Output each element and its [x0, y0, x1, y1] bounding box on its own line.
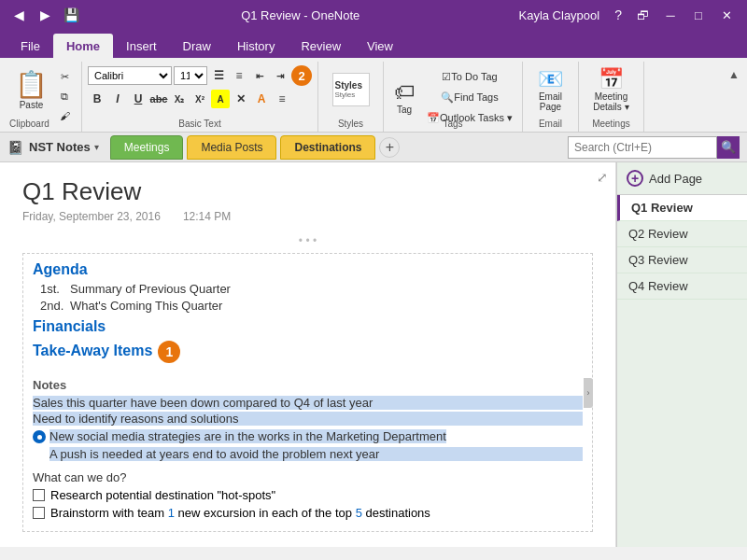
maximize-button[interactable]: □ [685, 5, 712, 25]
paste-label: Paste [20, 100, 44, 110]
blue-num-1: 1 [168, 506, 175, 520]
format-painter-button[interactable]: 🖌 [53, 106, 76, 125]
checkbox-text-1: Research potential destination "hot-spot… [50, 488, 275, 502]
decrease-indent-button[interactable]: ⇤ [250, 66, 269, 85]
todo-tag-button[interactable]: ☑ To Do Tag [423, 67, 516, 86]
tab-file[interactable]: File [7, 34, 53, 58]
tag-label: Tag [397, 105, 412, 115]
drag-handle[interactable]: • • • [22, 234, 593, 247]
takeaway-link[interactable]: Take-Away Items 1 [33, 343, 152, 359]
meeting-details-button[interactable]: 📅 MeetingDetails ▾ [589, 63, 632, 116]
notebook-dropdown[interactable]: ▾ [94, 142, 99, 152]
subscript-button[interactable]: X₂ [170, 90, 189, 108]
note-container: › Agenda 1st. Summary of Previous Quarte… [22, 253, 593, 532]
increase-indent-button[interactable]: ⇥ [271, 66, 289, 85]
copy-button[interactable]: ⧉ [53, 87, 76, 105]
financials-link[interactable]: Financials [33, 318, 583, 335]
email-icon: 📧 [538, 67, 563, 91]
search-button[interactable]: 🔍 [717, 136, 740, 159]
tab-meetings[interactable]: Meetings [110, 135, 184, 160]
italic-button[interactable]: I [108, 90, 127, 108]
title-bar-controls: ◀ ▶ 💾 [7, 4, 82, 26]
tag-icon: 🏷 [394, 80, 415, 105]
todo-tag-label: To Do Tag [451, 71, 497, 82]
paste-button[interactable]: 📋 Paste [9, 63, 53, 116]
checkbox-item-2: Brainstorm with team 1 new excursion in … [33, 506, 583, 520]
takeaway-text: Take-Away Items [33, 343, 152, 358]
tab-media-posts[interactable]: Media Posts [187, 135, 276, 160]
tag-button[interactable]: 🏷 Tag [389, 72, 419, 122]
page-item-q1[interactable]: Q1 Review [617, 195, 747, 221]
tab-destinations[interactable]: Destinations [280, 135, 375, 160]
ribbon-tabs: File Home Insert Draw History Review Vie… [0, 30, 747, 58]
restore-button[interactable]: 🗗 [629, 5, 655, 25]
clipboard-small-buttons: ✂ ⧉ 🖌 [53, 67, 76, 125]
text-color-button[interactable]: A [252, 90, 271, 108]
tab-insert[interactable]: Insert [113, 34, 170, 58]
blue-num-2: 5 [356, 506, 362, 520]
agenda-list: 1st. Summary of Previous Quarter 2nd. Wh… [40, 282, 583, 313]
what-label: What can we do? [33, 470, 583, 484]
page-title: Q1 Review [22, 177, 593, 206]
back-button[interactable]: ◀ [7, 4, 30, 26]
clear-format-button[interactable]: ✕ [232, 90, 250, 108]
radio-icon [33, 430, 46, 443]
main-content: ⤢ Q1 Review Friday, September 23, 2016 1… [0, 162, 747, 547]
notes-section: Notes Sales this quarter have been down … [33, 378, 583, 520]
find-tags-button[interactable]: 🔍 Find Tags [423, 88, 516, 106]
search-area: 🔍 [568, 136, 740, 159]
styles-button[interactable]: Styles Styles [325, 63, 377, 116]
page-content: ⤢ Q1 Review Friday, September 23, 2016 1… [0, 162, 616, 547]
list-item: 1st. Summary of Previous Quarter [40, 282, 583, 296]
highlight-button[interactable]: A [211, 90, 230, 108]
checkbox-1[interactable] [33, 489, 45, 501]
add-tab-button[interactable]: + [379, 137, 400, 158]
tab-draw[interactable]: Draw [170, 34, 224, 58]
tab-home[interactable]: Home [53, 34, 113, 58]
bullet-list-button[interactable]: ☰ [209, 66, 228, 85]
notebook-name[interactable]: NST Notes [29, 140, 91, 154]
expand-button[interactable]: ⤢ [597, 170, 608, 185]
list-text-2: What's Coming This Quarter [70, 299, 222, 313]
forward-button[interactable]: ▶ [34, 4, 56, 26]
basic-text-label: Basic Text [178, 119, 220, 129]
close-button[interactable]: ✕ [713, 5, 740, 25]
email-label: EmailPage [539, 91, 562, 112]
bold-button[interactable]: B [88, 90, 106, 108]
font-size-selector[interactable]: 11 [174, 66, 207, 85]
list-num-2: 2nd. [40, 299, 66, 313]
cut-button[interactable]: ✂ [53, 67, 76, 86]
radio-item: New social media strategies are in the w… [33, 429, 583, 445]
superscript-button[interactable]: X² [190, 90, 209, 108]
tab-history[interactable]: History [224, 34, 288, 58]
meeting-label: MeetingDetails ▾ [593, 91, 628, 112]
minimize-button[interactable]: ─ [657, 5, 684, 25]
search-input[interactable] [568, 136, 717, 159]
page-item-q3[interactable]: Q3 Review [617, 247, 747, 273]
agenda-title[interactable]: Agenda [33, 261, 583, 278]
page-item-q2[interactable]: Q2 Review [617, 221, 747, 247]
format-row: B I U abc X₂ X² A ✕ A ≡ [88, 90, 312, 108]
paste-icon: 📋 [15, 69, 48, 100]
save-button[interactable]: 💾 [60, 4, 82, 26]
page-list: + Add Page Q1 Review Q2 Review Q3 Review… [616, 162, 747, 547]
numbered-list-button[interactable]: ≡ [230, 66, 248, 85]
badge-2: 2 [291, 65, 312, 86]
add-page-button[interactable]: + Add Page [617, 162, 747, 195]
font-selector[interactable]: Calibri [88, 66, 172, 85]
email-page-button[interactable]: 📧 EmailPage [534, 63, 567, 116]
ribbon-collapse-button[interactable]: ▲ [725, 65, 743, 84]
page-item-q4[interactable]: Q4 Review [617, 273, 747, 300]
radio-note: New social media strategies are in the w… [49, 429, 446, 443]
list-text-1: Summary of Previous Quarter [70, 282, 231, 296]
outlook-tasks-button[interactable]: 📅 Outlook Tasks ▾ [423, 108, 516, 127]
tab-review[interactable]: Review [288, 34, 354, 58]
strikethrough-button[interactable]: abc [149, 90, 168, 108]
checkbox-2[interactable] [33, 507, 45, 519]
note-line-4: A push is needed at years end to avoid t… [49, 447, 583, 461]
align-button[interactable]: ≡ [273, 90, 291, 108]
underline-button[interactable]: U [129, 90, 148, 108]
section-collapse-button[interactable]: › [584, 378, 593, 408]
tab-view[interactable]: View [354, 34, 406, 58]
help-button[interactable]: ? [614, 7, 622, 22]
